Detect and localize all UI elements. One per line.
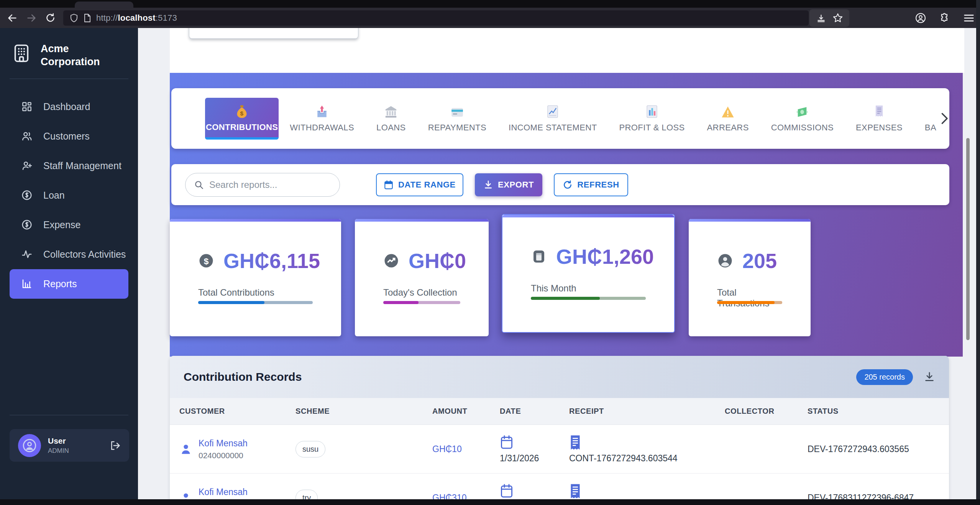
- sidebar-item-staff-management[interactable]: Staff Management: [0, 151, 138, 181]
- forward-icon[interactable]: [26, 13, 37, 23]
- shield-icon[interactable]: [69, 13, 79, 23]
- receipt-icon: [569, 435, 581, 450]
- progress-fill: [531, 297, 600, 300]
- reload-icon[interactable]: [45, 13, 56, 23]
- dollar-circle-icon: [21, 189, 33, 201]
- download-icon[interactable]: [924, 371, 935, 383]
- tab-repayments[interactable]: REPAYMENTS: [417, 104, 497, 133]
- receipt-value: CONT-1767272943.603544: [569, 453, 678, 464]
- chevron-right-icon[interactable]: [939, 112, 949, 125]
- refresh-button[interactable]: REFRESH: [554, 173, 628, 196]
- date-range-button[interactable]: DATE RANGE: [376, 173, 463, 196]
- table-row[interactable]: Kofi Mensah 0240000000 susu GH₵10 1/31/2…: [170, 425, 949, 474]
- tab-ba-truncated[interactable]: BA: [914, 104, 936, 133]
- outbox-icon: [316, 104, 328, 118]
- col-scheme: SCHEME: [295, 407, 432, 416]
- main-content: $ CONTRIBUTIONS WITHDRAWALS LOANS REPAYM…: [138, 28, 980, 505]
- tab-label: INCOME STATEMENT: [509, 123, 597, 133]
- stat-value: GH₵1,260: [556, 245, 654, 268]
- sidebar-item-expense[interactable]: Expense: [0, 210, 138, 240]
- extensions-icon[interactable]: [939, 13, 950, 23]
- customer-name-link[interactable]: Kofi Mensah: [199, 438, 248, 449]
- url-text: http://localhost:5173: [96, 13, 177, 23]
- page-info-icon[interactable]: [83, 13, 92, 23]
- tab-profit-loss[interactable]: PROFIT & LOSS: [608, 104, 696, 133]
- col-customer: CUSTOMER: [179, 407, 295, 416]
- tab-label: ARREARS: [707, 123, 749, 133]
- tab-label: COMMISSIONS: [771, 123, 834, 133]
- report-tabs-bar: $ CONTRIBUTIONS WITHDRAWALS LOANS REPAYM…: [171, 88, 949, 149]
- stat-label: Total Transactions: [717, 287, 782, 309]
- tab-label: WITHDRAWALS: [290, 123, 354, 133]
- progress-track: [198, 301, 313, 304]
- company-logo-icon: [11, 43, 32, 64]
- customer-name-link[interactable]: Kofi Mensah: [199, 487, 248, 497]
- window-bottom-edge: [0, 499, 980, 505]
- user-role: ADMIN: [48, 447, 69, 455]
- amount-value: GH₵10: [432, 444, 500, 454]
- search-box[interactable]: [185, 173, 340, 197]
- bookmark-star-icon[interactable]: [832, 13, 843, 23]
- tab-loans[interactable]: LOANS: [365, 104, 417, 133]
- sidebar-item-loan[interactable]: Loan: [0, 181, 138, 210]
- user-card[interactable]: User ADMIN: [10, 429, 129, 462]
- records-title: Contribution Records: [184, 370, 302, 383]
- table-header-row: CUSTOMER SCHEME AMOUNT DATE RECEIPT COLL…: [170, 398, 949, 425]
- sidebar-item-dashboard[interactable]: Dashboard: [0, 92, 138, 122]
- trending-up-icon: [383, 253, 399, 269]
- stat-card-total-transactions[interactable]: 205 Total Transactions: [689, 219, 811, 336]
- tab-contributions[interactable]: $ CONTRIBUTIONS: [205, 98, 279, 140]
- tab-income-statement[interactable]: INCOME STATEMENT: [497, 104, 608, 133]
- export-label: EXPORT: [498, 180, 534, 190]
- sidebar-item-label: Dashboard: [43, 101, 90, 112]
- grid-icon: [21, 101, 33, 112]
- stat-label: This Month: [531, 283, 576, 294]
- tab-arrears[interactable]: ARREARS: [696, 104, 760, 133]
- user-name: User: [48, 436, 69, 446]
- col-collector: COLLECTOR: [725, 407, 808, 416]
- export-button[interactable]: EXPORT: [475, 173, 542, 196]
- col-date: DATE: [500, 407, 569, 416]
- sidebar-item-collectors-activities[interactable]: Collectors Activities: [0, 240, 138, 269]
- url-bar[interactable]: http://localhost:5173: [63, 10, 809, 26]
- records-count-badge: 205 records: [856, 369, 913, 385]
- bar-chart-icon: [21, 278, 33, 290]
- search-input[interactable]: [209, 179, 324, 190]
- bar-chart-icon: [646, 104, 658, 118]
- tab-withdrawals[interactable]: WITHDRAWALS: [279, 104, 365, 133]
- money-bag-icon: $: [235, 105, 248, 118]
- tab-label: BA: [925, 123, 936, 133]
- stat-card-total-contributions[interactable]: $ GH₵6,115 Total Contributions: [170, 219, 341, 336]
- sidebar-item-label: Loan: [43, 190, 65, 201]
- tab-label: LOANS: [376, 123, 406, 133]
- people-icon: [21, 130, 33, 142]
- col-status: STATUS: [808, 407, 949, 416]
- sidebar-item-label: Reports: [43, 278, 77, 290]
- svg-text:$: $: [204, 256, 209, 266]
- tab-expenses[interactable]: EXPENSES: [845, 104, 914, 133]
- dollar-circle-icon: [21, 219, 33, 230]
- stat-card-this-month[interactable]: GH₵1,260 This Month: [502, 214, 675, 333]
- records-header: Contribution Records 205 records: [170, 356, 949, 398]
- menu-icon[interactable]: [963, 12, 975, 24]
- svg-text:$: $: [240, 110, 244, 117]
- status-value: DEV-1767272943.603565: [808, 444, 949, 454]
- calendar-icon: [500, 484, 514, 499]
- browser-tab[interactable]: [75, 2, 133, 8]
- sidebar-item-customers[interactable]: Customers: [0, 122, 138, 151]
- bank-icon: [384, 104, 397, 118]
- tab-label: PROFIT & LOSS: [619, 123, 685, 133]
- account-icon[interactable]: [915, 12, 926, 24]
- download-icon[interactable]: [816, 13, 826, 23]
- stat-label: Today's Collection: [383, 287, 457, 298]
- person-icon: [717, 253, 733, 269]
- logout-icon[interactable]: [109, 440, 121, 451]
- warning-icon: [721, 104, 734, 118]
- tab-commissions[interactable]: COMMISSIONS: [760, 104, 845, 133]
- tab-label: REPAYMENTS: [428, 123, 486, 133]
- back-icon[interactable]: [7, 13, 18, 23]
- sidebar-item-label: Expense: [43, 219, 80, 230]
- stat-card-todays-collection[interactable]: GH₵0 Today's Collection: [355, 219, 489, 336]
- sidebar-item-reports[interactable]: Reports: [10, 269, 128, 299]
- scrollbar-thumb[interactable]: [966, 138, 970, 340]
